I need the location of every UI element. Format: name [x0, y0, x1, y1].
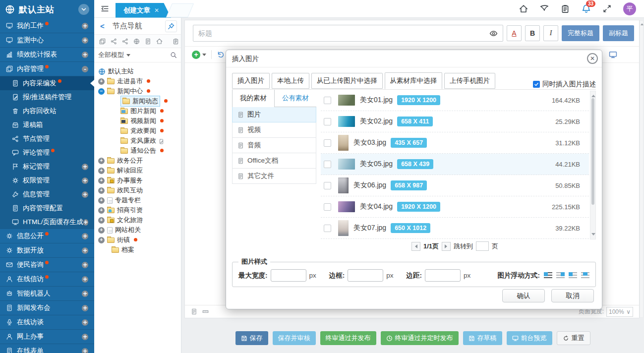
- expand-icon[interactable]: +: [82, 247, 88, 254]
- file-checkbox[interactable]: [324, 225, 331, 232]
- tab-local-upload[interactable]: 本地上传: [272, 73, 309, 89]
- file-checkbox[interactable]: [324, 97, 331, 104]
- full-title-button[interactable]: 完整标题: [562, 25, 599, 41]
- search-icon[interactable]: [170, 52, 177, 59]
- save-button[interactable]: 保存: [235, 331, 268, 345]
- approve-publish-button[interactable]: 终审通过并发布: [320, 331, 376, 345]
- expand-icon[interactable]: +: [82, 262, 88, 268]
- tree-node[interactable]: +走进县市: [98, 76, 181, 86]
- expand-icon[interactable]: +: [82, 164, 88, 170]
- expand-plus-icon[interactable]: +: [98, 187, 105, 194]
- checkbox-checked-icon[interactable]: [533, 81, 540, 88]
- sidebar-item-rejected-box[interactable]: 退稿箱: [0, 118, 94, 132]
- expand-plus-icon[interactable]: +: [98, 177, 105, 184]
- expand-icon[interactable]: +: [82, 23, 88, 29]
- category-images[interactable]: 图片: [232, 107, 316, 122]
- sidebar-collapse-button[interactable]: [78, 4, 89, 15]
- tree-node[interactable]: +招商引资: [98, 205, 181, 215]
- ruler-icon[interactable]: [202, 308, 209, 315]
- font-color-button[interactable]: A: [507, 25, 522, 41]
- expand-icon[interactable]: +: [82, 191, 88, 198]
- tab-close-icon[interactable]: ✕: [154, 7, 159, 14]
- home-icon[interactable]: [519, 4, 528, 13]
- sidebar-item-performance-reports[interactable]: 绩效统计报表+: [0, 48, 94, 62]
- scroll-up-arrow[interactable]: [641, 22, 644, 25]
- menu-fold-icon[interactable]: [94, 4, 116, 13]
- tree-node[interactable]: −新闻中心: [98, 86, 181, 96]
- tree-node[interactable]: 图片新闻: [98, 106, 181, 116]
- tree-node[interactable]: 档案: [98, 245, 181, 255]
- copy-node-icon[interactable]: [99, 38, 106, 45]
- sidebar-item-smart-robot[interactable]: 智能机器人+: [0, 287, 94, 301]
- sidebar-item-online-interview[interactable]: 在线访谈+: [0, 315, 94, 330]
- expand-plus-icon[interactable]: +: [98, 227, 105, 234]
- scroll-thumb[interactable]: [591, 98, 594, 205]
- modal-close-button[interactable]: ✕: [587, 53, 598, 64]
- expand-icon[interactable]: +: [82, 305, 88, 311]
- expand-icon[interactable]: +: [82, 37, 88, 44]
- subtitle-button[interactable]: 副标题: [603, 25, 634, 41]
- tab-my-materials[interactable]: 我的素材: [232, 90, 275, 107]
- margin-input[interactable]: [425, 269, 461, 282]
- tree-node[interactable]: 党风廉政: [98, 136, 181, 146]
- add-dropdown-caret-icon[interactable]: [202, 54, 206, 58]
- collapse-minus-icon[interactable]: −: [98, 88, 105, 95]
- word-count-icon[interactable]: [191, 308, 197, 315]
- save-and-review-button[interactable]: 保存并审核: [273, 331, 316, 345]
- reset-button[interactable]: 重置: [557, 331, 590, 345]
- file-checkbox[interactable]: [324, 161, 331, 168]
- tab-upload-phone-image[interactable]: 上传手机图片: [444, 73, 495, 89]
- tab-public-materials[interactable]: 公有素材: [275, 90, 316, 107]
- user-avatar[interactable]: 平: [623, 2, 636, 15]
- save-draft-button[interactable]: 存草稿: [463, 331, 502, 345]
- file-row[interactable]: 美女07.jpg650 X 101239.22KB: [321, 218, 589, 239]
- main-scrollbar[interactable]: [640, 20, 644, 318]
- tree-node[interactable]: +文化旅游: [98, 215, 181, 225]
- tree-node[interactable]: +专题专栏: [98, 195, 181, 205]
- tree-node[interactable]: +政民互动: [98, 185, 181, 195]
- expand-plus-icon[interactable]: +: [98, 168, 105, 174]
- sidebar-item-push-manuscript[interactable]: 报/推送稿件管理: [0, 90, 94, 104]
- file-checkbox[interactable]: [324, 182, 331, 189]
- collapse-panel-icon[interactable]: <: [98, 22, 107, 30]
- expand-plus-icon[interactable]: +: [98, 78, 105, 85]
- tree-node[interactable]: 视频新闻: [98, 116, 181, 126]
- expand-tree-icon[interactable]: [111, 38, 117, 45]
- float-none-icon[interactable]: [569, 272, 577, 279]
- jump-page-input[interactable]: [476, 241, 489, 251]
- tree-node[interactable]: +政务公开: [98, 156, 181, 166]
- confirm-button[interactable]: 确认: [502, 289, 545, 302]
- prev-page-button[interactable]: [411, 242, 420, 251]
- float-center-icon[interactable]: [581, 272, 589, 279]
- sidebar-item-content-editing[interactable]: 内容采编发: [0, 76, 94, 90]
- scroll-up-arrow[interactable]: [591, 93, 595, 97]
- home-node-icon[interactable]: [156, 38, 163, 45]
- export-node-icon[interactable]: [145, 38, 151, 45]
- expand-icon[interactable]: +: [83, 219, 89, 226]
- fullscreen-icon[interactable]: [603, 4, 611, 13]
- tab-insert-image[interactable]: 插入图片: [232, 73, 270, 89]
- file-row[interactable]: 美女03.jpg435 X 65731.12KB: [321, 132, 589, 154]
- sidebar-item-online-services[interactable]: 网上办事+: [0, 330, 94, 344]
- fullscreen-editor-icon[interactable]: [609, 51, 617, 59]
- file-checkbox[interactable]: [324, 139, 331, 147]
- sidebar-item-open-data[interactable]: 数据开放+: [0, 243, 94, 258]
- clipboard-icon[interactable]: [561, 4, 570, 13]
- border-input[interactable]: [348, 269, 383, 282]
- collapse-icon[interactable]: -: [82, 66, 88, 72]
- sidebar-item-info-disclosure[interactable]: 信息公开+: [0, 229, 94, 243]
- file-row[interactable]: 美女04.jpg1920 X 1200225.15KB: [321, 196, 589, 218]
- file-row[interactable]: 美女01.jpg1920 X 1200164.42KB: [321, 90, 589, 111]
- expand-plus-icon[interactable]: +: [98, 237, 105, 243]
- tree-node[interactable]: +街镇: [98, 235, 181, 245]
- preview-title-eye-icon[interactable]: [484, 29, 503, 38]
- tab-select-uploaded[interactable]: 从已上传图片中选择: [311, 73, 383, 89]
- file-row[interactable]: 美女06.jpg658 X 98750.85KB: [321, 175, 589, 196]
- sidebar-item-my-work[interactable]: 我的工作+: [0, 19, 94, 33]
- sidebar-item-permission-management[interactable]: 权限管理+: [0, 174, 94, 187]
- tree-node-selected[interactable]: 新闻动态: [98, 96, 181, 106]
- sidebar-item-recycle-bin[interactable]: 内容回收站: [0, 104, 94, 118]
- tree-node[interactable]: +网站相关: [98, 225, 181, 235]
- tree-node[interactable]: +办事服务: [98, 176, 181, 185]
- expand-icon[interactable]: +: [82, 334, 88, 340]
